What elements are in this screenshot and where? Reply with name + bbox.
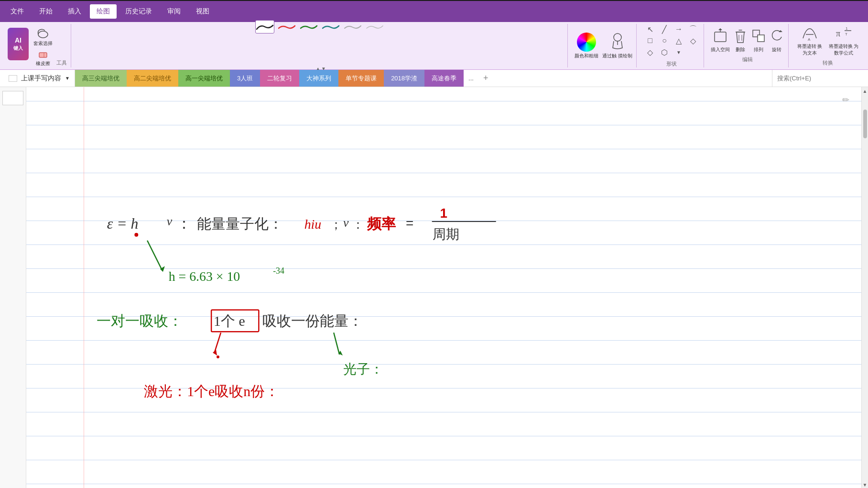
- menu-history[interactable]: 历史记录: [119, 4, 159, 19]
- tab-3people[interactable]: 3人班: [230, 70, 260, 87]
- insert-space-icon: [713, 28, 728, 45]
- svg-rect-1: [39, 53, 47, 57]
- arrange-icon: [751, 28, 766, 45]
- svg-point-43: [217, 355, 219, 358]
- search-box: [772, 70, 868, 87]
- color-section: 颜色和粗细 通过触 摸绘制: [571, 24, 637, 67]
- to-text-icon: A: [801, 25, 818, 42]
- ai-button[interactable]: AI 键入: [8, 28, 29, 60]
- menu-draw[interactable]: 绘图: [90, 4, 117, 19]
- pen-6[interactable]: [365, 20, 384, 33]
- line-tool[interactable]: ╱: [658, 24, 671, 34]
- notebook-selector[interactable]: 上课手写内容 ▼: [4, 70, 75, 87]
- svg-line-41: [214, 333, 221, 354]
- tab-add[interactable]: +: [478, 70, 493, 87]
- tab-high2[interactable]: 高二尖端培优: [127, 70, 178, 87]
- tab-review[interactable]: 二轮复习: [260, 70, 299, 87]
- svg-text:A: A: [808, 37, 811, 42]
- tab-master[interactable]: 大神系列: [299, 70, 338, 87]
- shape-more[interactable]: ⌒: [686, 24, 700, 34]
- touch-draw-button[interactable]: 通过触 摸绘制: [602, 33, 632, 59]
- diamond-tool[interactable]: ◇: [686, 35, 700, 46]
- menu-insert[interactable]: 插入: [61, 4, 88, 19]
- writing-area[interactable]: ✏ ε = h ν ： 能量量子化： hiu ； ν ： 频率 =: [26, 87, 861, 488]
- pen-5[interactable]: [343, 20, 362, 33]
- eraser-icon: [37, 51, 49, 59]
- page-thumb-1[interactable]: [2, 91, 23, 105]
- delete-icon: [733, 28, 748, 45]
- pen-7[interactable]: [255, 42, 274, 55]
- circle-tool[interactable]: ○: [658, 35, 671, 46]
- rotate-button[interactable]: 旋转: [769, 28, 784, 53]
- tab-spring[interactable]: 高途春季: [424, 70, 464, 87]
- arrow-tool[interactable]: →: [672, 24, 685, 34]
- color-button[interactable]: 颜色和粗细: [575, 33, 598, 59]
- brush-grid: [255, 20, 386, 63]
- menu-start[interactable]: 开始: [33, 4, 59, 19]
- rotate-icon: [769, 28, 784, 45]
- delete-button[interactable]: 删除: [733, 28, 748, 53]
- menu-bar: 文件 开始 插入 绘图 历史记录 审阅 视图: [0, 1, 868, 22]
- svg-line-44: [334, 333, 339, 355]
- svg-text:ν: ν: [343, 216, 349, 230]
- scroll-thumb[interactable]: [863, 110, 867, 138]
- edit-section: 插入空间 删除 排列: [707, 24, 789, 67]
- pen-red[interactable]: [277, 20, 296, 33]
- pen-9[interactable]: [299, 42, 318, 55]
- pen-12[interactable]: [365, 42, 384, 55]
- arrange-button[interactable]: 排列: [751, 28, 766, 53]
- tools-label: 工具: [56, 59, 67, 67]
- pen-8[interactable]: [277, 42, 296, 55]
- scrollbar-y: ▲ ▼: [861, 87, 868, 488]
- svg-text:：: ：: [352, 218, 364, 232]
- svg-text:=: =: [406, 216, 413, 231]
- pen-section: ▲ ▼: [74, 24, 568, 67]
- shape-scroll[interactable]: ▼: [672, 47, 685, 57]
- svg-text:；: ；: [330, 218, 342, 232]
- shapes-section: ↖ ╱ → ⌒ □ ○ △ ◇ ◇ ⬡ ▼ 形状: [640, 24, 704, 67]
- convert-label: 转换: [823, 59, 833, 67]
- svg-text:1: 1: [440, 206, 447, 221]
- svg-point-32: [134, 233, 138, 237]
- tab-2018[interactable]: 2018学渣: [384, 70, 424, 87]
- svg-text:周期: 周期: [433, 227, 459, 242]
- rect-tool[interactable]: □: [643, 35, 657, 46]
- scroll-up-arrow[interactable]: ▲: [861, 87, 868, 95]
- touch-icon: [609, 33, 626, 52]
- svg-text:ν: ν: [167, 214, 173, 228]
- svg-text:T: T: [845, 32, 847, 36]
- svg-text:hiu: hiu: [304, 217, 322, 232]
- menu-view[interactable]: 视图: [189, 4, 216, 19]
- color-wheel-icon: [577, 33, 596, 52]
- svg-text:✏: ✏: [842, 95, 849, 105]
- shape-9[interactable]: ◇: [643, 47, 657, 57]
- menu-review[interactable]: 审阅: [161, 4, 187, 19]
- svg-text:激光：1个e吸收n份：: 激光：1个e吸收n份：: [144, 383, 279, 399]
- pen-green[interactable]: [299, 20, 318, 33]
- menu-file[interactable]: 文件: [4, 4, 31, 19]
- select-tool[interactable]: ↖: [643, 24, 657, 34]
- to-math-button[interactable]: π 1 T 将墨迹转换 为数学公式: [827, 25, 860, 56]
- triangle-tool[interactable]: △: [672, 35, 685, 46]
- pen-teal[interactable]: [321, 20, 340, 33]
- pen-10[interactable]: [321, 42, 340, 55]
- tab-single[interactable]: 单节专题课: [338, 70, 384, 87]
- tab-high3[interactable]: 高三尖端培优: [75, 70, 127, 87]
- pen-black[interactable]: [255, 20, 274, 33]
- tab-more[interactable]: ...: [464, 70, 478, 87]
- search-input[interactable]: [777, 75, 863, 82]
- lasso-button[interactable]: 套索选择: [33, 28, 54, 48]
- svg-text:ε = h: ε = h: [107, 215, 139, 232]
- pen-11[interactable]: [343, 42, 362, 55]
- eraser-button[interactable]: 橡皮擦: [33, 50, 54, 68]
- svg-text:能量量子化：: 能量量子化：: [197, 216, 283, 232]
- tab-high1[interactable]: 高一尖端培优: [178, 70, 230, 87]
- svg-text:1个 e: 1个 e: [214, 313, 245, 329]
- handwritten-content: ✏ ε = h ν ： 能量量子化： hiu ； ν ： 频率 =: [26, 87, 861, 488]
- content-area: ✏ ε = h ν ： 能量量子化： hiu ； ν ： 频率 =: [0, 87, 868, 488]
- svg-text:1: 1: [846, 26, 848, 31]
- scroll-down-arrow[interactable]: ▼: [861, 481, 868, 488]
- insert-space-button[interactable]: 插入空间: [711, 28, 730, 53]
- to-text-button[interactable]: A 将墨迹转 换为文本: [795, 25, 824, 56]
- shape-10[interactable]: ⬡: [658, 47, 671, 57]
